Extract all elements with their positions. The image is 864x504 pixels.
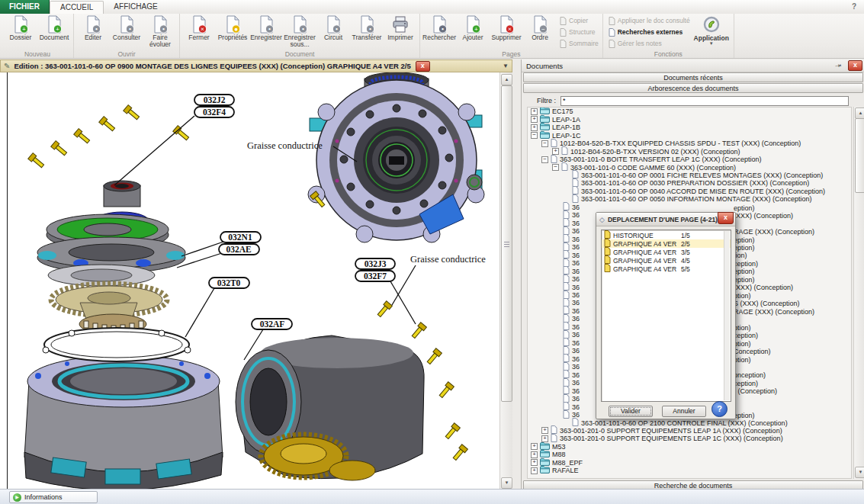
tree-expander[interactable]: + bbox=[531, 443, 538, 450]
dialog-page-row[interactable]: GRAPHIQUE A4 VER4/5 bbox=[602, 256, 731, 265]
tab-affichage[interactable]: AFFICHAGE bbox=[104, 0, 167, 14]
tree-row[interactable]: + LEAP-1A bbox=[528, 115, 851, 123]
ribbon-button-document[interactable]: +Document bbox=[37, 14, 71, 50]
ribbon-button-enregistrer-sous[interactable]: •Enregistrer sous... bbox=[283, 14, 316, 50]
tree-row[interactable]: + LEAP-1B bbox=[528, 124, 851, 131]
document-close-button[interactable]: x bbox=[416, 61, 430, 72]
help-icon[interactable]: ? bbox=[711, 401, 727, 417]
tree-row[interactable]: + 363-001-201-0 SUPPORT EQUIPEMENTS LEAP… bbox=[528, 435, 851, 442]
ribbon-button-ajouter[interactable]: +Ajouter bbox=[456, 14, 490, 50]
tree-expander[interactable]: + bbox=[531, 451, 538, 458]
ribbon-button-fermer[interactable]: ×Fermer bbox=[182, 14, 216, 50]
folder-icon bbox=[540, 442, 550, 450]
tree-expander[interactable]: + bbox=[531, 124, 538, 131]
tree-expander[interactable]: + bbox=[541, 435, 548, 442]
tree-expander[interactable]: + bbox=[531, 459, 538, 466]
canvas-scrollbar[interactable]: ▲ ▼ bbox=[499, 72, 512, 489]
ribbon-button-g-rer-les-notes[interactable]: Gérer les notes bbox=[609, 39, 690, 48]
ribbon-button-label: Gérer les notes bbox=[618, 40, 662, 47]
ribbon-button-transf-rer[interactable]: •Transférer bbox=[350, 14, 384, 50]
tree-row[interactable]: 363-001-101-0-60 OP 0050 INFORMATION MON… bbox=[528, 195, 851, 203]
ribbon-button-label: Consulter bbox=[113, 34, 140, 41]
dialog-page-row[interactable]: GRAPHIQUE A4 VER5/5 bbox=[602, 265, 731, 273]
ribbon-button-copier[interactable]: Copier bbox=[560, 16, 599, 25]
ribbon-button-consulter[interactable]: •Consulter bbox=[110, 14, 143, 50]
tree-row[interactable]: + RAFALE bbox=[528, 467, 851, 474]
tree-row[interactable]: + EC175 bbox=[528, 108, 851, 115]
tree-row[interactable]: − 1012-B04-520-B-TXX EQUIPPED CHASSIS SP… bbox=[528, 140, 851, 147]
ribbon-button-editer[interactable]: •Editer bbox=[76, 14, 110, 50]
ribbon-button-application[interactable]: Application▼ bbox=[692, 14, 731, 50]
dialog-page-row[interactable]: GRAPHIQUE A4 VER3/5 bbox=[602, 248, 731, 256]
tree-item-label-prefix: 36 bbox=[572, 284, 580, 291]
tree-row[interactable]: + M88_EPF bbox=[528, 459, 851, 467]
help-icon[interactable]: ? bbox=[852, 0, 864, 14]
valider-button[interactable]: Valider bbox=[609, 406, 653, 417]
tree-scrollbar[interactable]: ▲ ▼ bbox=[853, 107, 864, 479]
ribbon-button-structure[interactable]: Structure bbox=[560, 27, 599, 37]
filter-input[interactable] bbox=[560, 96, 849, 106]
listbox-scrollbar[interactable] bbox=[724, 231, 730, 400]
document-tree-bar[interactable]: Arborescence des documents bbox=[523, 83, 863, 93]
tree-expander[interactable]: − bbox=[552, 164, 559, 171]
tree-item-label: 363-001-101-0-60 OP 2100 CONTROLE FINAL … bbox=[581, 419, 788, 427]
svg-text:032J3: 032J3 bbox=[365, 259, 387, 268]
tree-row[interactable]: + 1012-B04-520-B-TXX VERSION 02 (XXX) (C… bbox=[528, 147, 851, 155]
tree-item-label-prefix: 36 bbox=[572, 379, 580, 387]
page-icon bbox=[563, 322, 570, 330]
tree-expander[interactable]: + bbox=[541, 427, 548, 434]
cad-lower-housing bbox=[24, 355, 223, 489]
scroll-up-icon[interactable]: ▲ bbox=[501, 74, 512, 85]
tree-expander[interactable]: − bbox=[541, 156, 548, 163]
tree-row[interactable]: + M88 bbox=[528, 451, 851, 458]
ribbon-button-rechercher[interactable]: •Rechercher bbox=[422, 14, 456, 50]
tree-item-label-prefix: 36 bbox=[572, 331, 580, 339]
ribbon-button-dossier[interactable]: +Dossier bbox=[4, 14, 37, 50]
recent-documents-bar[interactable]: Documents récents bbox=[523, 72, 863, 82]
tree-row[interactable]: + M53 bbox=[528, 443, 851, 451]
ribbon-button-sommaire[interactable]: Sommaire bbox=[560, 39, 599, 48]
tree-item-label-prefix: 36 bbox=[572, 259, 580, 267]
tree-expander[interactable]: − bbox=[531, 132, 538, 139]
tab-accueil[interactable]: ACCUEIL bbox=[50, 1, 104, 14]
informations-tab[interactable]: ▶ Informations bbox=[9, 491, 98, 503]
tree-scrollbar-thumb[interactable] bbox=[855, 118, 864, 193]
tree-expander[interactable]: + bbox=[531, 108, 538, 115]
ribbon-button-circuit[interactable]: •Circuit bbox=[316, 14, 350, 50]
page-icon bbox=[563, 314, 570, 323]
ribbon-button-imprimer[interactable]: Imprimer bbox=[384, 14, 417, 50]
svg-text:032AE: 032AE bbox=[226, 245, 252, 254]
canvas-scrollbar-thumb[interactable] bbox=[501, 85, 512, 402]
dialog-close-button[interactable]: x bbox=[718, 212, 734, 224]
tree-row[interactable]: − 363-001-101-0 BOITE TRANSFERT LEAP 1C … bbox=[528, 156, 851, 163]
ribbon-button-enregistrer[interactable]: •Enregistrer bbox=[249, 14, 283, 50]
ribbon-button-propri-t-s[interactable]: ●Propriétés bbox=[216, 14, 249, 50]
document-page-icon: • bbox=[152, 15, 169, 34]
ribbon-button-ordre[interactable]: −Ordre bbox=[523, 14, 557, 50]
tree-expander[interactable]: + bbox=[531, 467, 538, 474]
page-icon bbox=[604, 230, 611, 239]
tree-expander[interactable]: − bbox=[541, 140, 548, 147]
tree-row[interactable]: + 363-001-201-0 SUPPORT EQUIPEMENTS LEAP… bbox=[528, 427, 851, 435]
scroll-down-icon[interactable]: ▼ bbox=[855, 467, 864, 478]
tree-row-occluded[interactable]: 36eption) bbox=[528, 204, 851, 211]
ribbon-button-faire-voluer[interactable]: •Faire évoluer bbox=[143, 14, 177, 50]
tree-row[interactable]: 363-001-101-0-60 OP 2100 CONTROLE FINAL … bbox=[528, 419, 851, 426]
page-number: 1/5 bbox=[681, 232, 728, 239]
annuler-button[interactable]: Annuler bbox=[662, 406, 706, 417]
chevron-down-icon[interactable]: ▼ bbox=[503, 63, 509, 69]
scroll-down-icon[interactable]: ▼ bbox=[501, 477, 512, 489]
tree-row[interactable]: − LEAP-1C bbox=[528, 131, 851, 139]
ribbon-button-recherches-externes[interactable]: Recherches externes bbox=[609, 27, 690, 37]
tree-item-label-prefix: 36 bbox=[572, 220, 580, 227]
panel-close-button[interactable]: x bbox=[848, 60, 862, 71]
ribbon-button-supprimer[interactable]: ×Supprimer bbox=[490, 14, 523, 50]
scroll-up-icon[interactable]: ▲ bbox=[855, 108, 864, 119]
move-page-dialog: ◇ DEPLACEMENT D'UNE PAGE (4-21) x HISTOR… bbox=[596, 212, 736, 419]
dialog-page-row[interactable]: HISTORIQUE1/5 bbox=[602, 231, 731, 239]
ribbon-button-appliquer-le-doc-consult[interactable]: Appliquer le doc consulté bbox=[609, 16, 690, 25]
dialog-page-row[interactable]: GRAPHIQUE A4 VER2/5 bbox=[602, 239, 731, 248]
tree-expander[interactable]: + bbox=[531, 116, 538, 123]
tab-fichier[interactable]: FICHIER bbox=[0, 0, 50, 14]
document-page-icon: • bbox=[118, 15, 135, 34]
